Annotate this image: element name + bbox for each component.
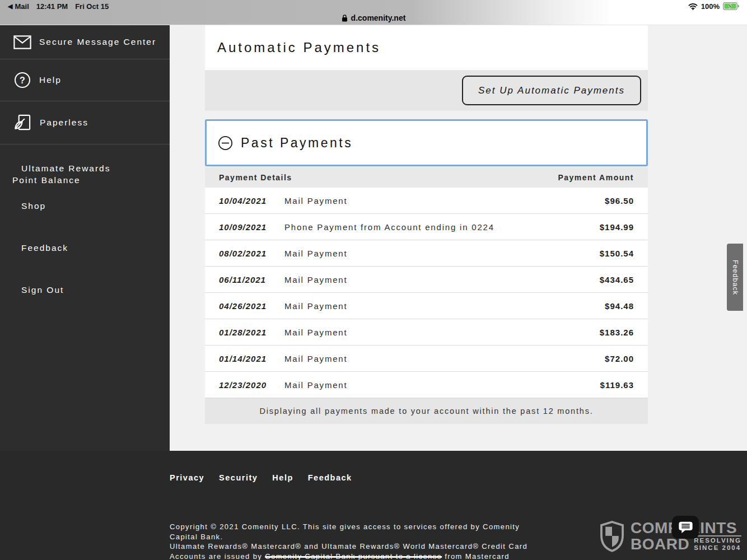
svg-text:?: ? bbox=[20, 76, 25, 85]
sidebar-item-rewards-point-balance[interactable]: Ultamate Rewards Point Balance bbox=[0, 162, 129, 186]
payment-date: 08/02/2021 bbox=[205, 249, 270, 258]
column-header-payment-details: Payment Details bbox=[219, 173, 292, 182]
watermark-title-bottom: BOARD bbox=[631, 537, 689, 552]
footer-link-feedback[interactable]: Feedback bbox=[308, 473, 352, 482]
watermark-tagline-line1: RESOLVING bbox=[694, 537, 741, 544]
chat-bubble-icon bbox=[678, 521, 693, 534]
table-row: 12/23/2020 Mail Payment $119.63 bbox=[205, 372, 648, 398]
payment-date: 06/11/2021 bbox=[205, 275, 270, 284]
page-title: Automatic Payments bbox=[217, 40, 381, 55]
sidebar-item-label: Sign Out bbox=[21, 284, 170, 296]
sidebar-item-sign-out[interactable]: Sign Out bbox=[0, 284, 170, 296]
payment-description: Mail Payment bbox=[270, 380, 600, 390]
watermark-tagline: RESOLVING SINCE 2004 bbox=[694, 535, 741, 552]
sidebar-item-help[interactable]: ? Help bbox=[0, 59, 170, 101]
minus-circle-icon[interactable] bbox=[218, 136, 233, 151]
sidebar-item-label: Feedback bbox=[21, 242, 170, 254]
copyright-line-2: Capital Bank. bbox=[170, 533, 223, 541]
payment-description: Phone Payment from Account ending in 022… bbox=[270, 222, 600, 232]
payment-date: 04/26/2021 bbox=[205, 301, 270, 311]
main-card: Automatic Payments Set Up Automatic Paym… bbox=[205, 25, 648, 424]
payment-description: Mail Payment bbox=[270, 196, 605, 206]
automatic-payments-section: Automatic Payments bbox=[205, 25, 648, 70]
copyright-line-1: Copyright © 2021 Comenity LLC. This site… bbox=[170, 522, 520, 531]
sidebar-item-label: Secure Message Center bbox=[39, 37, 156, 47]
watermark-tagline-line2: SINCE 2004 bbox=[694, 544, 741, 552]
paperless-leaf-icon bbox=[13, 114, 32, 132]
payment-amount: $119.63 bbox=[600, 380, 648, 390]
table-row: 06/11/2021 Mail Payment $434.65 bbox=[205, 267, 648, 293]
top-bar: ◀ Mail 12:41 PM Fri Oct 15 100% bbox=[0, 0, 747, 25]
payments-table: Payment Details Payment Amount 10/04/202… bbox=[205, 167, 648, 424]
question-circle-icon: ? bbox=[13, 71, 31, 89]
footer-link-help[interactable]: Help bbox=[272, 473, 293, 482]
envelope-icon bbox=[13, 35, 31, 49]
payment-amount: $72.00 bbox=[605, 354, 648, 363]
sidebar-item-paperless[interactable]: Paperless bbox=[0, 101, 170, 144]
payment-amount: $150.54 bbox=[600, 249, 648, 258]
clock-date: Fri Oct 15 bbox=[75, 2, 109, 11]
payment-amount: $434.65 bbox=[600, 275, 648, 284]
sidebar-nav: Secure Message Center ? Help Paperless U… bbox=[0, 25, 170, 451]
clock-time: 12:41 PM bbox=[36, 2, 68, 11]
payment-amount: $194.99 bbox=[600, 222, 648, 232]
payment-date: 12/23/2020 bbox=[205, 380, 270, 390]
table-header-row: Payment Details Payment Amount bbox=[205, 167, 648, 188]
copyright-text: Copyright © 2021 Comenity LLC. This site… bbox=[170, 522, 578, 560]
payment-date: 01/28/2021 bbox=[205, 328, 270, 337]
address-bar[interactable]: d.comenity.net bbox=[0, 11, 747, 25]
payment-description: Mail Payment bbox=[270, 354, 605, 363]
sidebar-item-secure-message-center[interactable]: Secure Message Center bbox=[0, 25, 170, 59]
footer-link-security[interactable]: Security bbox=[219, 473, 258, 482]
payment-date: 10/09/2021 bbox=[205, 222, 270, 232]
lock-icon bbox=[342, 14, 348, 22]
copyright-struck-text: Comenity Capital Bank pursuant to a lice… bbox=[265, 552, 442, 560]
table-row: 01/14/2021 Mail Payment $72.00 bbox=[205, 346, 648, 372]
table-row: 10/09/2021 Phone Payment from Account en… bbox=[205, 214, 648, 240]
footer-links: Privacy Security Help Feedback bbox=[170, 473, 352, 482]
footer: Privacy Security Help Feedback Copyright… bbox=[0, 451, 747, 560]
table-row: 04/26/2021 Mail Payment $94.48 bbox=[205, 293, 648, 319]
past-payments-title: Past Payments bbox=[241, 136, 353, 151]
back-to-mail-button[interactable]: ◀ Mail bbox=[8, 2, 29, 11]
sidebar-item-feedback[interactable]: Feedback bbox=[0, 242, 170, 254]
battery-percent: 100% bbox=[701, 2, 720, 11]
copyright-line-3: Ultamate Rewards® Mastercard® and Ultama… bbox=[170, 542, 527, 550]
sidebar-item-label: Paperless bbox=[40, 118, 88, 128]
feedback-side-tab[interactable]: Feedback bbox=[727, 244, 743, 311]
payment-date: 01/14/2021 bbox=[205, 354, 270, 363]
payment-amount: $96.50 bbox=[605, 196, 648, 206]
setup-button-section: Set Up Automatic Payments bbox=[205, 70, 648, 111]
wifi-icon bbox=[688, 3, 698, 10]
payment-description: Mail Payment bbox=[270, 249, 600, 258]
table-row: 01/28/2021 Mail Payment $183.26 bbox=[205, 319, 648, 346]
back-icon: ◀ bbox=[8, 3, 12, 10]
footer-link-privacy[interactable]: Privacy bbox=[170, 473, 204, 482]
chat-widget-button[interactable] bbox=[672, 516, 699, 539]
payments-note: Displaying all payments made to your acc… bbox=[205, 398, 648, 424]
payment-amount: $183.26 bbox=[600, 328, 648, 337]
complaintsboard-watermark: COMPLAINTS BOARD RESOLVING SINCE 2004 bbox=[599, 521, 741, 552]
payment-date: 10/04/2021 bbox=[205, 196, 270, 206]
column-header-payment-amount: Payment Amount bbox=[558, 173, 634, 182]
past-payments-panel-header[interactable]: Past Payments bbox=[205, 119, 648, 166]
sidebar-item-label: Shop bbox=[21, 200, 170, 212]
copyright-line-4-end: from Mastercard bbox=[442, 552, 510, 560]
shield-icon bbox=[599, 521, 625, 552]
copyright-line-4: Accounts are issued by bbox=[170, 552, 265, 560]
sidebar-item-shop[interactable]: Shop bbox=[0, 200, 170, 212]
payment-amount: $94.48 bbox=[605, 301, 648, 311]
status-bar: ◀ Mail 12:41 PM Fri Oct 15 100% bbox=[0, 0, 747, 12]
table-row: 08/02/2021 Mail Payment $150.54 bbox=[205, 240, 648, 267]
sidebar-item-label: Ultamate Rewards Point Balance bbox=[12, 162, 129, 186]
payment-description: Mail Payment bbox=[270, 275, 600, 284]
feedback-tab-label: Feedback bbox=[731, 260, 739, 295]
url-text: d.comenity.net bbox=[351, 13, 406, 22]
table-row: 10/04/2021 Mail Payment $96.50 bbox=[205, 188, 648, 214]
setup-automatic-payments-button[interactable]: Set Up Automatic Payments bbox=[462, 76, 641, 105]
battery-charging-icon bbox=[723, 2, 739, 10]
back-app-label: Mail bbox=[15, 2, 29, 11]
payment-description: Mail Payment bbox=[270, 328, 600, 337]
sidebar-item-label: Help bbox=[39, 75, 62, 85]
screen: ◀ Mail 12:41 PM Fri Oct 15 100% bbox=[0, 0, 747, 560]
